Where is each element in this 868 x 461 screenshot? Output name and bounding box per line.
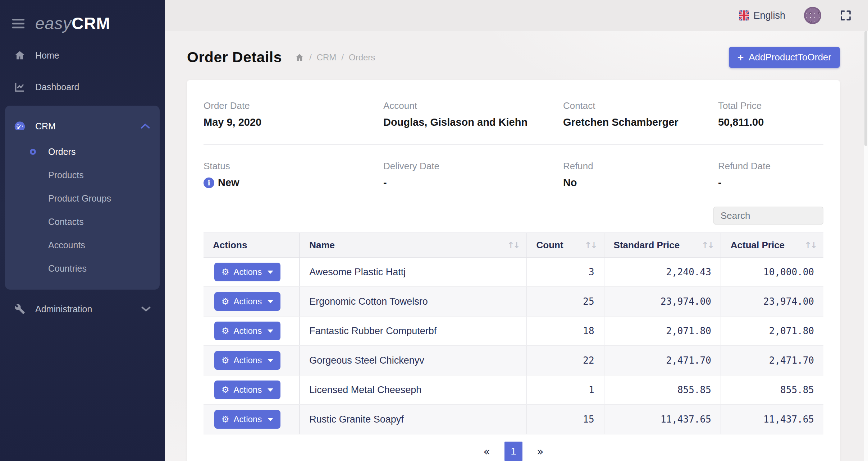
chevron-down-icon <box>141 306 151 312</box>
fullscreen-icon[interactable] <box>840 10 851 21</box>
menu-toggle-icon[interactable] <box>12 19 24 28</box>
sidebar-item-contacts[interactable]: Contacts <box>5 210 160 234</box>
sidebar-item-administration[interactable]: Administration <box>0 293 165 325</box>
row-actions-button[interactable]: ⚙ Actions <box>214 410 280 429</box>
chevron-up-icon <box>140 123 150 129</box>
sidebar-item-orders[interactable]: Orders <box>5 140 160 163</box>
sidebar-item-crm[interactable]: CRM <box>5 112 160 140</box>
actual-price-cell: 2,071.80 <box>721 316 823 346</box>
standard-price-cell: 2,071.80 <box>604 316 721 346</box>
breadcrumb-orders[interactable]: Orders <box>349 52 375 63</box>
row-actions-button[interactable]: ⚙ Actions <box>214 322 280 340</box>
sidebar-item-countries[interactable]: Countries <box>5 257 160 280</box>
brand-crm: CRM <box>72 14 110 33</box>
actual-price-cell: 10,000.00 <box>721 257 823 287</box>
info-icon[interactable]: i <box>204 178 214 188</box>
sidebar-item-home[interactable]: Home <box>0 40 165 71</box>
field-value: No <box>563 177 718 189</box>
crm-submenu-panel: CRM Orders Products Product Groups Conta… <box>5 106 160 290</box>
language-selector[interactable]: English <box>739 10 785 21</box>
actual-price-cell: 23,974.00 <box>721 287 823 316</box>
column-header-name[interactable]: Name ↑↓ <box>300 233 526 257</box>
sidebar-item-dashboard[interactable]: Dashboard <box>0 71 165 103</box>
count-cell: 25 <box>527 287 604 316</box>
standard-price-cell: 2,240.43 <box>604 257 721 287</box>
sort-icon[interactable]: ↑↓ <box>702 240 713 250</box>
breadcrumb-crm[interactable]: CRM <box>317 52 337 63</box>
field-value: - <box>383 177 563 189</box>
field-label: Delivery Date <box>383 161 563 172</box>
actual-price-cell: 2,471.70 <box>721 346 823 375</box>
field-label: Contact <box>563 100 718 111</box>
wrench-icon <box>13 304 27 314</box>
gear-icon: ⚙ <box>221 415 229 424</box>
count-cell: 1 <box>527 375 604 405</box>
add-product-to-order-button[interactable]: + AddProductToOrder <box>729 47 840 68</box>
sort-icon[interactable]: ↑↓ <box>507 240 519 250</box>
sidebar-item-label: CRM <box>35 121 140 132</box>
search-row <box>204 207 823 225</box>
column-header-count[interactable]: Count ↑↓ <box>527 233 604 257</box>
add-button-label: AddProductToOrder <box>749 52 831 63</box>
field-value: 50,811.00 <box>718 116 823 128</box>
row-actions-button[interactable]: ⚙ Actions <box>214 292 280 311</box>
status-field: Status i New <box>204 161 383 189</box>
caret-down-icon <box>268 300 273 303</box>
sort-icon[interactable]: ↑↓ <box>585 240 597 250</box>
scrollbar[interactable] <box>864 31 868 461</box>
order-products-table: Actions Name ↑↓ Count ↑↓ Standard Price … <box>204 232 823 434</box>
page-header: Order Details / CRM / Orders + AddProduc… <box>165 31 868 68</box>
delivery-date-field: Delivery Date - <box>383 161 563 189</box>
brand-easy: easy <box>35 14 72 33</box>
page-title: Order Details <box>187 49 282 66</box>
field-label: Refund <box>563 161 718 172</box>
total-price-field: Total Price 50,811.00 <box>718 100 823 128</box>
sort-icon[interactable]: ↑↓ <box>804 240 816 250</box>
contact-field: Contact Gretchen Schamberger <box>563 100 718 128</box>
app-logo[interactable]: easyCRM <box>35 15 110 32</box>
standard-price-cell: 2,471.70 <box>604 346 721 375</box>
field-label: Refund Date <box>718 161 823 172</box>
caret-down-icon <box>268 271 273 274</box>
search-input[interactable] <box>713 207 823 225</box>
pagination-page-1[interactable]: 1 <box>504 442 522 461</box>
row-actions-button[interactable]: ⚙ Actions <box>214 381 280 399</box>
sidebar-item-product-groups[interactable]: Product Groups <box>5 187 160 210</box>
sidebar-nav: Home Dashboard CRM <box>0 37 165 325</box>
gear-icon: ⚙ <box>221 386 229 394</box>
home-icon <box>13 50 27 61</box>
column-header-actual-price[interactable]: Actual Price ↑↓ <box>721 233 823 257</box>
sidebar-item-accounts[interactable]: Accounts <box>5 234 160 257</box>
scrollbar-thumb[interactable] <box>864 31 867 146</box>
status-value: New <box>218 177 239 189</box>
row-actions-button[interactable]: ⚙ Actions <box>214 351 280 370</box>
breadcrumb-home-icon[interactable] <box>295 53 304 62</box>
count-cell: 3 <box>527 257 604 287</box>
table-row: ⚙ Actions Ergonomic Cotton Towelsro 25 2… <box>204 287 823 316</box>
column-header-standard-price[interactable]: Standard Price ↑↓ <box>604 233 721 257</box>
breadcrumb-separator: / <box>309 52 312 63</box>
table-row: ⚙ Actions Gorgeous Steel Chickenyv 22 2,… <box>204 346 823 375</box>
sidebar-item-label: Dashboard <box>35 82 151 92</box>
user-avatar[interactable] <box>804 7 821 24</box>
table-row: ⚙ Actions Rustic Granite Soapyf 15 11,43… <box>204 405 823 434</box>
row-actions-button[interactable]: ⚙ Actions <box>214 263 280 281</box>
pagination-next-button[interactable]: » <box>533 443 547 460</box>
caret-down-icon <box>268 359 273 362</box>
pagination-prev-button[interactable]: « <box>480 443 494 460</box>
sidebar-subitem-label: Products <box>48 170 84 180</box>
order-details-card: Order Date May 9, 2020 Account Douglas, … <box>187 80 840 461</box>
actual-price-cell: 855.85 <box>721 375 823 405</box>
dashboard-icon <box>13 82 27 92</box>
table-row: ⚙ Actions Licensed Metal Cheeseph 1 855.… <box>204 375 823 405</box>
standard-price-cell: 23,974.00 <box>604 287 721 316</box>
order-info-row-2: Status i New Delivery Date - Refund No R… <box>204 161 823 189</box>
field-value: - <box>718 177 823 189</box>
field-value: i New <box>204 177 383 189</box>
sidebar-item-products[interactable]: Products <box>5 163 160 187</box>
gear-icon: ⚙ <box>221 327 229 335</box>
topbar: English <box>165 0 868 31</box>
sidebar-subitem-label: Accounts <box>48 240 85 250</box>
gear-icon: ⚙ <box>221 356 229 365</box>
plus-icon: + <box>737 52 744 63</box>
